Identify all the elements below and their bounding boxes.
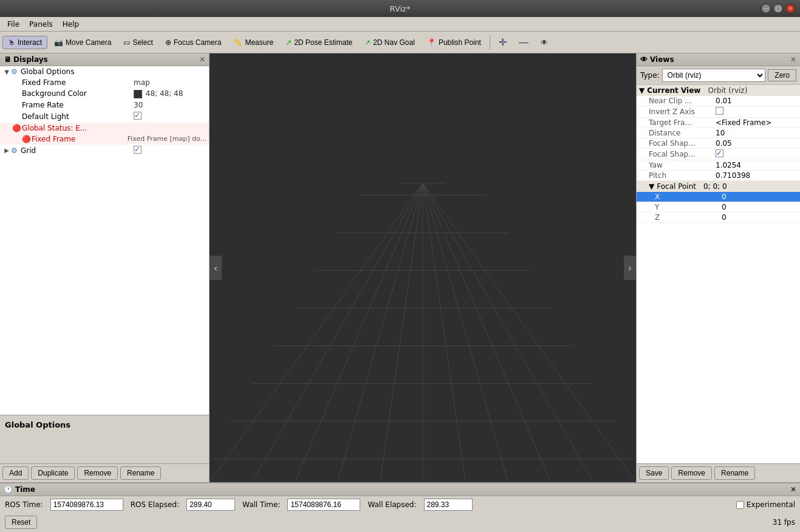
maximize-button[interactable]: □	[773, 4, 783, 13]
toolbar: 🖱 Interact 📷 Move Camera ▭ Select ⊕ Focu…	[0, 32, 800, 53]
frame-rate-value[interactable]: 30	[134, 101, 207, 109]
add-button[interactable]: ✛	[493, 34, 512, 50]
focal-y-value[interactable]: 0	[722, 203, 798, 211]
grid-row[interactable]: ▶ ⚙ Grid	[0, 145, 209, 157]
global-status-row[interactable]: 🔴 Global Status: E...	[0, 123, 209, 134]
menu-panels[interactable]: Panels	[24, 19, 58, 30]
views-panel-title: Views	[650, 55, 674, 64]
focal-x-value[interactable]: 0	[722, 193, 798, 201]
grid-checkbox[interactable]	[134, 146, 142, 154]
fixed-frame-error-label: Fixed Frame	[32, 135, 128, 143]
views-type-select[interactable]: Orbit (rviz)	[662, 69, 766, 82]
add-display-button[interactable]: Add	[2, 466, 29, 480]
menu-file[interactable]: File	[2, 19, 24, 30]
move-camera-button[interactable]: 📷 Move Camera	[49, 36, 117, 49]
reset-time-button[interactable]: Reset	[5, 516, 37, 529]
global-status-icon: 🔴	[12, 124, 22, 132]
interact-button[interactable]: 🖱 Interact	[2, 36, 47, 49]
rename-view-button[interactable]: Rename	[714, 466, 755, 480]
focal-shape-size-row[interactable]: Focal Shap... 0.05	[637, 138, 800, 149]
displays-tree: ▼ ⚙ Global Options Fixed Frame map Backg…	[0, 66, 209, 415]
rename-display-button[interactable]: Rename	[120, 466, 161, 480]
minimize-button[interactable]: —	[761, 4, 771, 13]
frame-rate-row[interactable]: Frame Rate 30	[0, 100, 209, 111]
remove-display-button[interactable]: Remove	[77, 466, 118, 480]
2d-pose-estimate-button[interactable]: ↗ 2D Pose Estimate	[280, 36, 358, 49]
current-view-label: Current View	[647, 86, 700, 95]
focal-z-value[interactable]: 0	[722, 213, 798, 222]
distance-row[interactable]: Distance 10	[637, 128, 800, 138]
invert-z-row[interactable]: Invert Z Axis	[637, 106, 800, 118]
pitch-value[interactable]: 0.710398	[716, 171, 798, 180]
time-panel-close[interactable]: ✕	[790, 485, 796, 494]
displays-monitor-icon: 🖥	[4, 55, 11, 64]
focal-shape-checkbox[interactable]	[716, 149, 723, 157]
grid-icon: ⚙	[11, 146, 21, 155]
global-options-expand[interactable]: ▼	[2, 69, 11, 75]
wall-time-input[interactable]	[287, 499, 360, 511]
2d-pose-estimate-label: 2D Pose Estimate	[294, 38, 352, 47]
target-frame-label: Target Fra...	[649, 118, 716, 127]
default-light-row[interactable]: Default Light	[0, 111, 209, 123]
viewport-arrow-right[interactable]: ›	[624, 256, 636, 280]
remove-toolbar-button[interactable]: —	[513, 35, 534, 50]
ros-time-input[interactable]	[50, 499, 123, 511]
select-button[interactable]: ▭ Select	[118, 36, 158, 49]
viewport-arrow-left[interactable]: ‹	[210, 256, 222, 280]
2d-nav-goal-button[interactable]: ↗ 2D Nav Goal	[359, 36, 420, 49]
invert-z-value[interactable]	[716, 107, 798, 117]
fixed-frame-error-row[interactable]: 🔴 Fixed Frame Fixed Frame [map] do...	[0, 134, 209, 145]
3d-viewport[interactable]: ‹ ›	[210, 53, 636, 482]
experimental-checkbox[interactable]	[736, 501, 744, 509]
displays-panel-close[interactable]: ✕	[199, 55, 205, 64]
measure-button[interactable]: 📏 Measure	[228, 36, 279, 49]
focal-shape-cb-row[interactable]: Focal Shap...	[637, 149, 800, 160]
publish-point-label: Publish Point	[439, 38, 481, 47]
duplicate-display-button[interactable]: Duplicate	[31, 466, 75, 480]
views-zero-button[interactable]: Zero	[768, 69, 796, 81]
near-clip-row[interactable]: Near Clip ... 0.01	[637, 96, 800, 106]
pose-estimate-icon: ↗	[285, 38, 292, 47]
menu-help[interactable]: Help	[58, 19, 84, 30]
invert-z-checkbox[interactable]	[716, 107, 723, 115]
focal-point-header[interactable]: ▼ Focal Point 0; 0; 0	[637, 181, 800, 192]
close-button[interactable]: ✕	[785, 4, 795, 13]
pitch-row[interactable]: Pitch 0.710398	[637, 171, 800, 181]
remove-view-button[interactable]: Remove	[671, 466, 712, 480]
default-light-checkbox[interactable]	[134, 112, 142, 120]
focal-x-row[interactable]: X 0	[637, 192, 800, 202]
views-panel-close[interactable]: ✕	[790, 55, 796, 64]
grid-expand[interactable]: ▶	[2, 147, 11, 154]
target-frame-row[interactable]: Target Fra... <Fixed Frame>	[637, 118, 800, 128]
save-view-button[interactable]: Save	[639, 466, 669, 480]
distance-value[interactable]: 10	[716, 129, 798, 137]
grid-checkbox-value[interactable]	[134, 146, 207, 155]
focal-z-row[interactable]: Z 0	[637, 213, 800, 223]
focal-y-row[interactable]: Y 0	[637, 202, 800, 213]
ros-elapsed-input[interactable]	[186, 499, 235, 511]
yaw-value[interactable]: 1.0254	[716, 161, 798, 169]
fixed-frame-row[interactable]: Fixed Frame map	[0, 77, 209, 88]
wall-elapsed-input[interactable]	[424, 499, 473, 511]
move-camera-label: Move Camera	[66, 38, 111, 47]
focal-x-label: X	[655, 193, 722, 201]
focus-camera-button[interactable]: ⊕ Focus Camera	[160, 36, 227, 49]
eye-button[interactable]: 👁	[535, 36, 553, 49]
default-light-value[interactable]	[134, 112, 207, 121]
focal-shape-size-value[interactable]: 0.05	[716, 139, 798, 148]
background-color-value[interactable]: 48; 48; 48	[134, 89, 207, 98]
focal-shape-cb-label: Focal Shap...	[649, 150, 716, 159]
toolbar-separator	[490, 35, 490, 50]
fps-display: 31 fps	[773, 518, 795, 527]
target-frame-value[interactable]: <Fixed Frame>	[716, 118, 798, 127]
focal-point-expand: ▼	[649, 182, 654, 191]
fixed-frame-value[interactable]: map	[134, 78, 207, 87]
global-options-row[interactable]: ▼ ⚙ Global Options	[0, 66, 209, 77]
publish-point-button[interactable]: 📍 Publish Point	[422, 36, 487, 49]
current-view-header[interactable]: ▼ Current View Orbit (rviz)	[637, 85, 800, 96]
near-clip-value[interactable]: 0.01	[716, 97, 798, 105]
yaw-row[interactable]: Yaw 1.0254	[637, 160, 800, 171]
focal-shape-cb-value[interactable]	[716, 149, 798, 159]
background-color-row[interactable]: Background Color 48; 48; 48	[0, 88, 209, 100]
experimental-label: Experimental	[747, 500, 795, 509]
